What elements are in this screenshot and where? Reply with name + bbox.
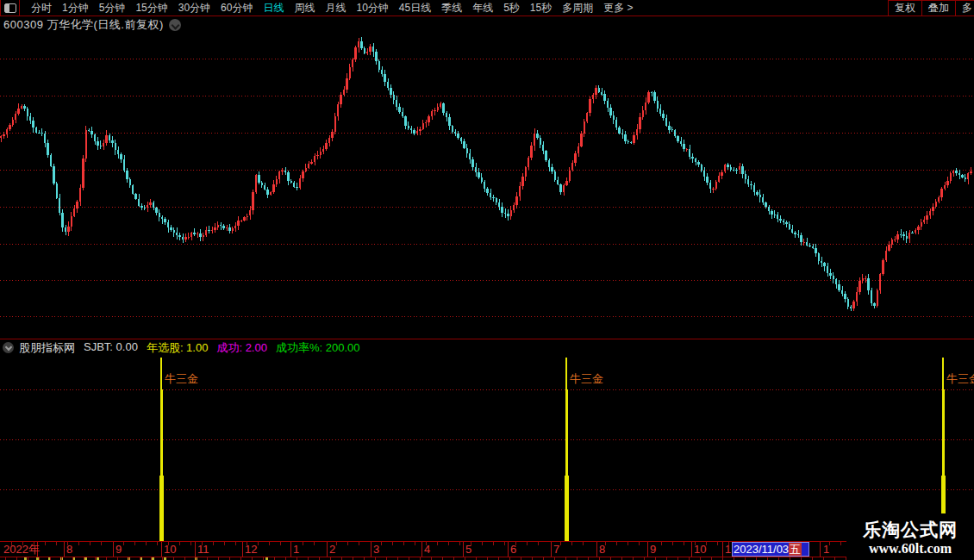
watermark-url: www.60lt.com xyxy=(846,541,974,557)
axis-tick-minor xyxy=(179,542,180,545)
period-tab-日线[interactable]: 日线 xyxy=(258,0,289,16)
signal-label: 牛三金 xyxy=(946,371,974,387)
axis-tick-minor xyxy=(403,542,404,545)
axis-tick-minor xyxy=(280,542,281,545)
period-tab-分时[interactable]: 分时 xyxy=(26,0,57,16)
period-tab-月线[interactable]: 月线 xyxy=(320,0,351,16)
panel-toggle-icon xyxy=(4,3,16,13)
axis-tick-major xyxy=(195,542,196,557)
axis-tick-minor xyxy=(213,542,214,545)
period-tab-周线[interactable]: 周线 xyxy=(289,0,320,16)
period-tab-15分钟[interactable]: 15分钟 xyxy=(130,0,172,16)
period-toolbar: 分时1分钟5分钟15分钟30分钟60分钟日线周线月线10分钟45日线季线年线5秒… xyxy=(0,0,974,16)
current-date: 2023/11/03 xyxy=(734,543,789,556)
axis-label: 9 xyxy=(650,544,656,556)
axis-tick-minor xyxy=(482,542,483,545)
indicator-collapse-icon[interactable] xyxy=(3,342,14,353)
axis-tick-major xyxy=(722,542,723,557)
title-chevron-down-icon[interactable] xyxy=(169,19,181,31)
axis-tick-major xyxy=(596,542,597,557)
axis-label: 8 xyxy=(599,544,605,556)
axis-tick-minor xyxy=(392,542,393,545)
axis-tick-minor xyxy=(684,542,684,545)
watermark-site-name: 乐淘公式网 xyxy=(846,519,974,541)
axis-tick-minor xyxy=(639,542,640,545)
axis-tick-major xyxy=(371,542,371,557)
period-tab-10分钟[interactable]: 10分钟 xyxy=(351,0,393,16)
indicator-field: 年选股: 1.00 xyxy=(147,340,209,356)
period-tab-年线[interactable]: 年线 xyxy=(467,0,498,16)
signal-label: 牛三金 xyxy=(165,371,198,387)
axis-tick-minor xyxy=(359,542,359,545)
axis-tick-minor xyxy=(190,542,191,545)
period-tab-季线[interactable]: 季线 xyxy=(436,0,467,16)
toolbar-button-多[interactable]: 多 xyxy=(955,1,974,16)
axis-tick-major xyxy=(820,542,821,557)
axis-tick-minor xyxy=(717,542,718,545)
axis-tick-minor xyxy=(616,542,617,545)
axis-label: 6 xyxy=(510,544,516,556)
axis-label: 9 xyxy=(116,544,122,556)
axis-tick-major xyxy=(327,542,328,557)
axis-tick-minor xyxy=(146,542,147,545)
site-watermark: 乐淘公式网 www.60lt.com xyxy=(846,513,974,560)
signal-indicator-chart xyxy=(0,355,974,541)
axis-label: 1 xyxy=(725,544,731,556)
period-tab-多周期[interactable]: 多周期 xyxy=(557,0,598,16)
axis-tick-minor xyxy=(415,542,415,545)
axis-label: 10 xyxy=(694,544,706,556)
stock-title: 600309 万华化学(日线.前复权) xyxy=(0,17,164,33)
axis-tick-minor xyxy=(583,542,584,545)
axis-tick-minor xyxy=(336,542,337,545)
axis-tick-minor xyxy=(224,542,225,545)
stock-title-row: 600309 万华化学(日线.前复权) xyxy=(0,16,181,33)
indicator-field: 成功: 2.00 xyxy=(216,340,267,356)
period-tab-15秒[interactable]: 15秒 xyxy=(525,0,557,16)
axis-tick-minor xyxy=(157,542,158,545)
current-date-box: 2023/11/03五 xyxy=(732,542,809,557)
axis-tick-minor xyxy=(448,542,449,545)
period-tab-45日线[interactable]: 45日线 xyxy=(394,0,436,16)
axis-label: 10 xyxy=(164,544,176,556)
axis-label: 1 xyxy=(823,544,829,556)
indicator-values: SJBT: 0.00年选股: 1.00成功: 2.00成功率%: 200.00 xyxy=(84,340,368,356)
axis-tick-minor xyxy=(571,542,572,545)
axis-tick-minor xyxy=(560,542,561,545)
period-tab-30分钟[interactable]: 30分钟 xyxy=(173,0,215,16)
period-tab-60分钟[interactable]: 60分钟 xyxy=(215,0,258,16)
indicator-header: 股朋指标网 SJBT: 0.00年选股: 1.00成功: 2.00成功率%: 2… xyxy=(0,340,368,355)
indicator-field: 成功率%: 200.00 xyxy=(276,340,360,356)
axis-tick-minor xyxy=(459,542,460,545)
toolbar-right-buttons: 复权叠加多 xyxy=(888,0,974,16)
axis-label: 4 xyxy=(424,544,430,556)
period-tab-5分钟[interactable]: 5分钟 xyxy=(94,0,131,16)
axis-tick-minor xyxy=(78,542,79,545)
period-tab-更多 >[interactable]: 更多 > xyxy=(598,0,638,16)
axis-tick-minor xyxy=(538,542,539,545)
axis-tick-minor xyxy=(45,542,46,545)
axis-tick-minor xyxy=(303,542,303,545)
period-tab-1分钟[interactable]: 1分钟 xyxy=(57,0,94,16)
axis-tick-minor xyxy=(134,542,135,545)
axis-label: 1 xyxy=(293,544,299,556)
axis-tick-minor xyxy=(381,542,382,545)
tdx-stock-app: { "toolbar": { "left_icon": "panel-toggl… xyxy=(0,0,974,560)
axis-tick-minor xyxy=(661,542,662,545)
period-tab-5秒[interactable]: 5秒 xyxy=(498,0,525,16)
axis-tick-major xyxy=(161,542,162,557)
axis-tick-minor xyxy=(56,542,57,545)
axis-tick-major xyxy=(113,542,114,557)
indicator-field: SJBT: 0.00 xyxy=(84,340,138,356)
axis-tick-major xyxy=(691,542,692,557)
axis-label: 8 xyxy=(66,544,72,556)
signal-label: 牛三金 xyxy=(570,371,603,387)
axis-tick-minor xyxy=(437,542,438,545)
panel-toggle-button[interactable] xyxy=(0,0,20,16)
toolbar-button-复权[interactable]: 复权 xyxy=(888,1,921,16)
axis-tick-minor xyxy=(314,542,315,545)
axis-label: 2022年 xyxy=(3,544,40,556)
axis-tick-minor xyxy=(269,542,270,545)
axis-tick-minor xyxy=(840,542,841,545)
toolbar-button-叠加[interactable]: 叠加 xyxy=(921,1,955,16)
axis-tick-minor xyxy=(101,542,102,545)
